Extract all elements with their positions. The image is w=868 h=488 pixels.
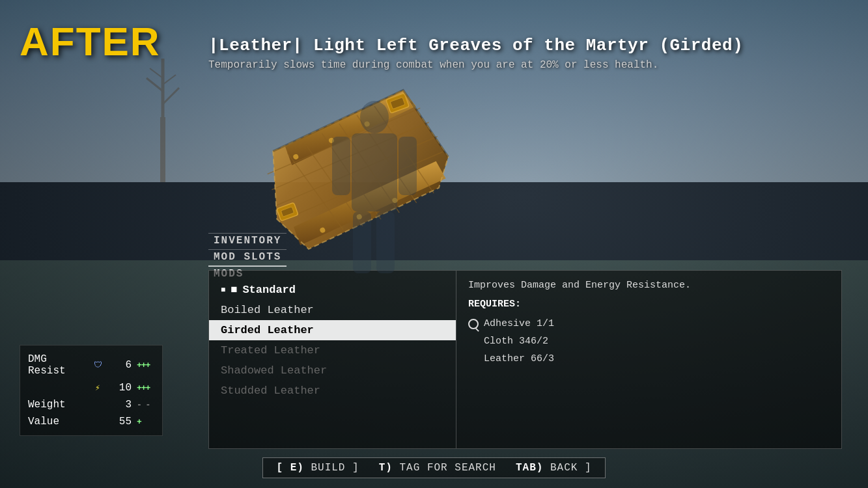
shield-icon: 🛡 bbox=[92, 360, 104, 370]
tag-button[interactable]: T) TAG FOR SEARCH bbox=[379, 462, 496, 474]
back-key: TAB) bbox=[516, 462, 543, 474]
stat-row-dmg-resist-2: ⚡ 10 +++ bbox=[28, 379, 154, 396]
svg-rect-8 bbox=[332, 137, 350, 195]
weight-change: - - bbox=[137, 400, 150, 410]
svg-rect-7 bbox=[352, 133, 397, 211]
mod-item-shadowed[interactable]: Shadowed Leather bbox=[209, 360, 456, 381]
svg-line-2 bbox=[147, 78, 163, 91]
mod-item-boiled[interactable]: Boiled Leather bbox=[209, 300, 456, 320]
tag-key: T) bbox=[379, 462, 393, 474]
requirement-adhesive: Adhesive 1/1 bbox=[468, 315, 830, 332]
mod-item-girded[interactable]: Girded Leather bbox=[209, 320, 456, 340]
mod-item-studded[interactable]: Studded Leather bbox=[209, 381, 456, 401]
action-bar-inner: [ E) BUILD ] T) TAG FOR SEARCH TAB) BACK… bbox=[262, 457, 605, 478]
back-label: BACK bbox=[550, 462, 578, 474]
standard-bullet: ■ bbox=[231, 284, 237, 296]
mod-item-treated[interactable]: Treated Leather bbox=[209, 340, 456, 360]
stats-panel: DMG Resist 🛡 6 +++ ⚡ 10 +++ Weight 3 - -… bbox=[20, 345, 163, 436]
requirement-cloth: Cloth 346/2 bbox=[468, 332, 830, 350]
svg-line-3 bbox=[163, 88, 179, 104]
bg-figure bbox=[326, 98, 423, 280]
svg-rect-9 bbox=[399, 137, 417, 195]
svg-rect-0 bbox=[160, 117, 165, 182]
mod-description: Improves Damage and Energy Resistance. bbox=[468, 280, 830, 291]
ui-overlay: AFTER |Leather| Light Left Greaves of th… bbox=[0, 0, 868, 488]
tag-label: TAG FOR SEARCH bbox=[400, 462, 496, 474]
build-key: [ E) bbox=[276, 462, 303, 474]
bolt-icon: ⚡ bbox=[92, 383, 104, 393]
svg-line-5 bbox=[163, 75, 176, 85]
value-change: + bbox=[137, 417, 141, 427]
mod-item-standard[interactable]: ■ Standard bbox=[209, 280, 456, 300]
svg-rect-11 bbox=[376, 211, 395, 273]
bg-tree bbox=[143, 52, 182, 182]
item-title: |Leather| Light Left Greaves of the Mart… bbox=[208, 36, 816, 55]
stat-row-dmg-resist: DMG Resist 🛡 6 +++ bbox=[28, 351, 154, 379]
stat-row-value: Value 55 + bbox=[28, 413, 154, 430]
action-bar: [ E) BUILD ] T) TAG FOR SEARCH TAB) BACK… bbox=[0, 457, 868, 478]
after-label: AFTER bbox=[20, 18, 161, 64]
item-title-area: |Leather| Light Left Greaves of the Mart… bbox=[208, 36, 816, 71]
dmg-resist-change-1: +++ bbox=[137, 360, 150, 370]
mod-info-col: Improves Damage and Energy Resistance. R… bbox=[456, 271, 841, 448]
build-label: BUILD bbox=[311, 462, 345, 474]
tab-mod-slots[interactable]: MOD SLOTS bbox=[208, 249, 287, 264]
tab-inventory[interactable]: INVENTORY bbox=[208, 233, 287, 248]
build-button[interactable]: [ E) BUILD ] bbox=[276, 462, 359, 474]
svg-line-4 bbox=[150, 68, 163, 78]
item-subtitle: Temporarily slows time during combat whe… bbox=[208, 59, 816, 71]
requirement-leather: Leather 66/3 bbox=[468, 350, 830, 368]
svg-rect-10 bbox=[353, 211, 371, 273]
back-button[interactable]: TAB) BACK ] bbox=[516, 462, 592, 474]
search-icon bbox=[468, 319, 479, 329]
mod-panel: ■ Standard Boiled Leather Girded Leather… bbox=[208, 270, 842, 449]
stat-row-weight: Weight 3 - - bbox=[28, 396, 154, 413]
mod-list-col: ■ Standard Boiled Leather Girded Leather… bbox=[209, 271, 456, 448]
svg-point-6 bbox=[360, 101, 389, 133]
requires-label: REQUIRES: bbox=[468, 299, 830, 310]
dmg-resist-change-2: +++ bbox=[137, 383, 150, 393]
